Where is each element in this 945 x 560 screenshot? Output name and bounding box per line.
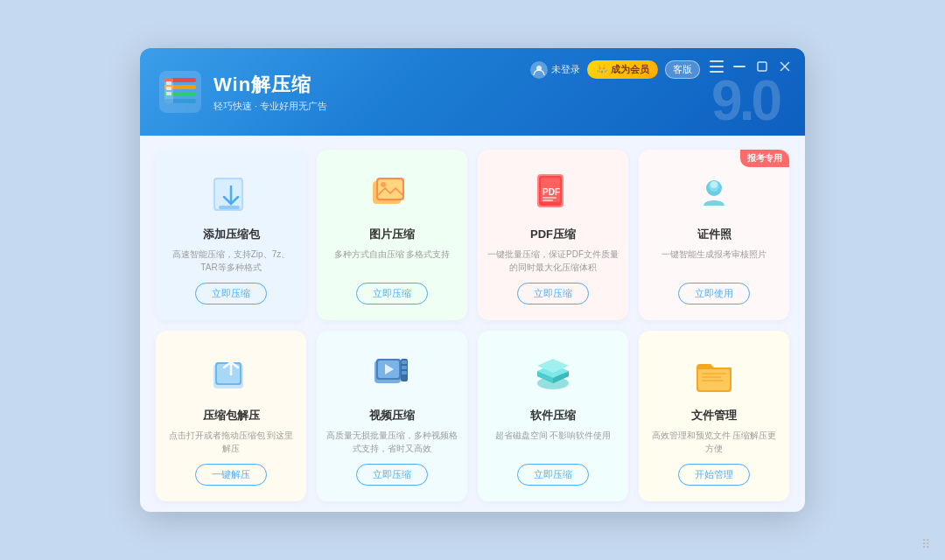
card-file-manage: 文件管理 高效管理和预览文件 压缩解压更方便 开始管理: [639, 331, 789, 501]
pdf-compress-desc: 一键批量压缩，保证PDF文件质量的同时最大化压缩体积: [486, 248, 620, 274]
user-avatar-icon: [530, 61, 548, 79]
feature-grid: 添加压缩包 高速智能压缩，支持Zip、7z、TAR等多种格式 立即压缩 图片压缩: [156, 150, 789, 501]
id-photo-desc: 一键智能生成报考审核照片: [662, 248, 766, 274]
svg-rect-6: [166, 81, 172, 85]
file-manage-icon: [690, 350, 738, 399]
app-logo-icon: [158, 69, 203, 115]
card-extract-zip: 压缩包解压 点击打开或者拖动压缩包 到这里解压 一键解压: [156, 331, 306, 501]
version-watermark: 9.0: [711, 73, 779, 129]
video-compress-title: 视频压缩: [369, 408, 415, 424]
app-subtitle: 轻巧快速 · 专业好用无广告: [214, 100, 327, 113]
logo-text: Win解压缩 轻巧快速 · 专业好用无广告: [214, 72, 327, 113]
svg-rect-14: [758, 62, 766, 71]
svg-rect-43: [402, 360, 407, 364]
image-compress-title: 图片压缩: [369, 227, 415, 242]
software-compress-icon: [528, 350, 578, 399]
video-compress-button[interactable]: 立即压缩: [356, 464, 428, 486]
svg-rect-18: [215, 179, 242, 209]
svg-rect-12: [710, 71, 724, 73]
extract-zip-button[interactable]: 一键解压: [195, 464, 267, 486]
extract-zip-desc: 点击打开或者拖动压缩包 到这里解压: [164, 429, 298, 455]
file-manage-title: 文件管理: [691, 408, 737, 424]
login-label: 未登录: [551, 63, 580, 76]
file-manage-desc: 高效管理和预览文件 压缩解压更方便: [648, 429, 780, 455]
maximize-button[interactable]: [754, 59, 770, 74]
guest-label: 客版: [673, 64, 692, 74]
pdf-compress-title: PDF压缩: [530, 227, 576, 242]
svg-point-33: [710, 181, 718, 188]
image-compress-button[interactable]: 立即压缩: [356, 283, 428, 304]
svg-rect-13: [733, 66, 746, 67]
card-image-compress: 图片压缩 多种方式自由压缩 多格式支持 立即压缩: [317, 150, 467, 320]
crown-icon: 👑: [596, 64, 608, 75]
add-zip-icon: [206, 169, 256, 218]
svg-text:PDF: PDF: [542, 187, 560, 197]
logo-area: Win解压缩 轻巧快速 · 专业好用无广告: [158, 69, 327, 115]
svg-rect-8: [166, 92, 172, 95]
add-zip-button[interactable]: 立即压缩: [195, 283, 267, 304]
app-title: Win解压缩: [214, 72, 327, 98]
svg-rect-23: [378, 179, 402, 199]
id-photo-icon: [690, 169, 738, 218]
card-add-zip: 添加压缩包 高速智能压缩，支持Zip、7z、TAR等多种格式 立即压缩: [156, 150, 306, 320]
svg-rect-51: [702, 380, 724, 382]
card-id-photo: 报考专用 证件照 一键智能生成报考审核照片 立即使用: [639, 150, 789, 320]
software-compress-title: 软件压缩: [530, 408, 576, 424]
svg-rect-49: [702, 373, 726, 374]
vip-label: 成为会员: [611, 63, 649, 76]
pdf-compress-button[interactable]: 立即压缩: [517, 283, 589, 304]
card-pdf-compress: PDF PDF压缩 一键批量压缩，保证PDF文件质量的同时最大化压缩体积 立即压…: [478, 150, 628, 320]
svg-rect-29: [542, 197, 556, 199]
svg-rect-30: [542, 200, 553, 201]
video-compress-icon: [368, 350, 416, 399]
user-area: 未登录 👑 成为会员 客版: [530, 60, 700, 79]
id-photo-title: 证件照: [697, 227, 732, 242]
svg-rect-11: [710, 66, 724, 67]
file-manage-button[interactable]: 开始管理: [678, 464, 750, 486]
svg-rect-10: [710, 60, 724, 62]
close-button[interactable]: [777, 59, 793, 74]
image-compress-desc: 多种方式自由压缩 多格式支持: [334, 248, 451, 274]
id-photo-button[interactable]: 立即使用: [678, 283, 750, 304]
menu-button[interactable]: [709, 59, 724, 74]
svg-rect-7: [166, 87, 172, 90]
svg-rect-50: [702, 376, 721, 378]
svg-rect-44: [402, 366, 407, 369]
software-compress-desc: 超省磁盘空间 不影响软件使用: [495, 429, 612, 455]
main-content: 添加压缩包 高速智能压缩，支持Zip、7z、TAR等多种格式 立即压缩 图片压缩: [140, 136, 805, 512]
svg-rect-20: [219, 206, 240, 209]
id-photo-badge: 报考专用: [740, 150, 789, 167]
card-video-compress: 视频压缩 高质量无损批量压缩，多种视频格式支持，省时又高效 立即压缩: [317, 331, 467, 501]
extract-zip-title: 压缩包解压: [203, 408, 260, 424]
add-zip-title: 添加压缩包: [203, 227, 260, 242]
vip-button[interactable]: 👑 成为会员: [587, 60, 658, 79]
svg-point-24: [381, 182, 386, 187]
guest-button[interactable]: 客版: [665, 60, 700, 79]
login-button[interactable]: 未登录: [530, 61, 580, 79]
minimize-button[interactable]: [732, 59, 747, 74]
add-zip-desc: 高速智能压缩，支持Zip、7z、TAR等多种格式: [164, 248, 298, 274]
extract-zip-icon: [206, 350, 256, 399]
header: Win解压缩 轻巧快速 · 专业好用无广告 9.0 未登录 👑 成为会员 客版: [140, 48, 805, 136]
video-compress-desc: 高质量无损批量压缩，多种视频格式支持，省时又高效: [326, 429, 458, 455]
pdf-compress-icon: PDF: [528, 169, 578, 218]
image-compress-icon: [368, 169, 416, 218]
svg-rect-45: [402, 371, 407, 374]
software-compress-button[interactable]: 立即压缩: [517, 464, 589, 486]
window-controls: [709, 59, 793, 74]
card-software-compress: 软件压缩 超省磁盘空间 不影响软件使用 立即压缩: [478, 331, 628, 501]
main-window: Win解压缩 轻巧快速 · 专业好用无广告 9.0 未登录 👑 成为会员 客版: [140, 48, 805, 512]
